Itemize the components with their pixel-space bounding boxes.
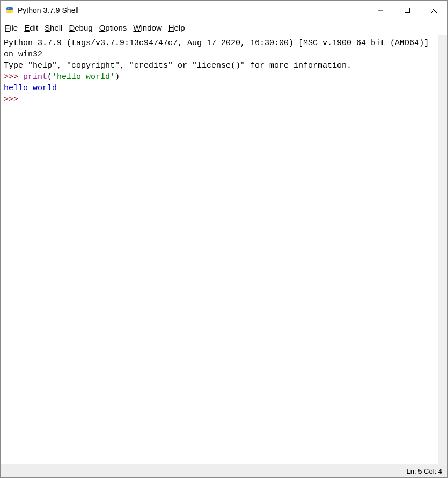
menu-shell[interactable]: Shell [45,23,62,32]
svg-rect-1 [6,10,13,13]
menu-edit[interactable]: Edit [24,23,38,32]
minimize-button[interactable] [367,1,394,20]
window-controls [367,1,447,20]
window-titlebar: Python 3.7.9 Shell [1,1,447,20]
content-wrapper: Python 3.7.9 (tags/v3.7.9:13c94747c7, Au… [1,35,447,465]
banner-line1: Python 3.7.9 (tags/v3.7.9:13c94747c7, Au… [4,39,434,59]
menubar: File Edit Shell Debug Options Window Hel… [1,20,447,35]
shell-output: hello world [4,84,57,93]
maximize-button[interactable] [394,1,421,20]
python-icon [5,5,14,15]
statusbar: Ln: 5 Col: 4 [1,465,447,477]
window-title: Python 3.7.9 Shell [18,6,367,14]
menu-debug[interactable]: Debug [69,23,92,32]
stmt-string: 'hello world' [52,72,115,82]
banner-line2: Type "help", "copyright", "credits" or "… [4,61,351,70]
shell-prompt-current: >>> [4,95,23,104]
shell-prompt: >>> [4,72,23,82]
stmt-close: ) [115,72,120,82]
svg-rect-5 [405,8,410,13]
menu-options[interactable]: Options [99,23,127,32]
menu-file[interactable]: File [5,23,18,32]
close-button[interactable] [421,1,447,20]
menu-window[interactable]: Window [133,23,161,32]
cursor-position: Ln: 5 Col: 4 [407,467,443,475]
menu-help[interactable]: Help [168,23,185,32]
stmt-open: ( [47,72,52,82]
shell-text-area[interactable]: Python 3.7.9 (tags/v3.7.9:13c94747c7, Au… [1,35,438,464]
stmt-func: print [23,72,47,82]
svg-rect-0 [6,7,13,10]
svg-point-2 [8,8,9,9]
svg-point-3 [11,12,12,13]
vertical-scrollbar[interactable] [438,35,447,464]
